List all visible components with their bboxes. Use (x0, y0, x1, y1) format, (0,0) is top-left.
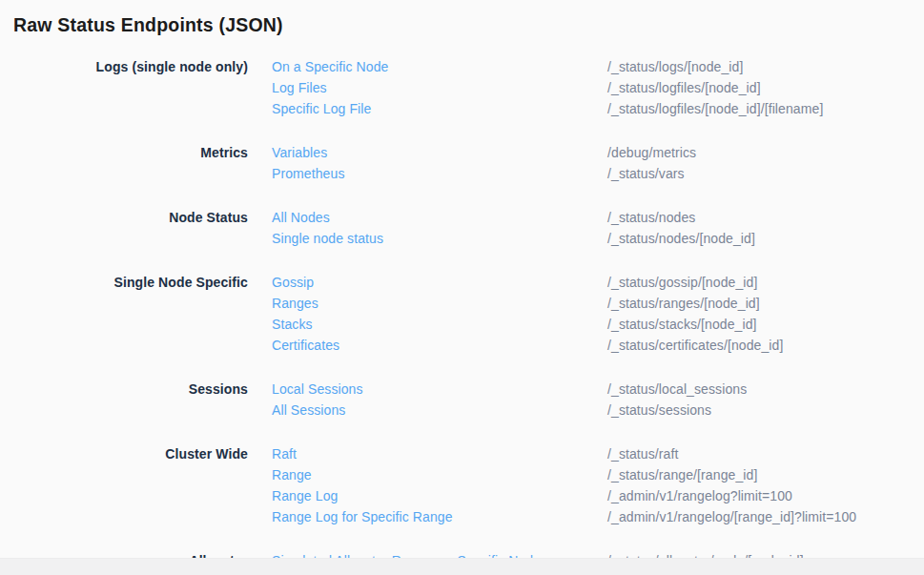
endpoint-link[interactable]: All Nodes (272, 210, 330, 225)
endpoint-path: /_status/sessions (607, 400, 924, 421)
endpoint-link[interactable]: Gossip (272, 275, 314, 290)
category-label: Single Node Specific (0, 272, 272, 293)
endpoint-link[interactable]: Range Log (272, 488, 338, 503)
endpoint-link[interactable]: Raft (272, 446, 297, 462)
endpoint-path: /_status/range/[range_id] (607, 464, 924, 485)
endpoint-link[interactable]: Local Sessions (272, 381, 363, 397)
endpoint-path: /_status/logfiles/[node_id]/[filename] (607, 98, 924, 119)
endpoint-link-cell: Range Log for Specific Range (272, 506, 607, 527)
endpoints-table: Logs (single node only)On a Specific Nod… (0, 56, 924, 575)
endpoint-path: /_admin/v1/rangelog?limit=100 (607, 485, 924, 506)
category-label (0, 228, 272, 249)
endpoint-link[interactable]: Stacks (272, 317, 313, 332)
endpoint-link-cell: All Sessions (272, 400, 607, 421)
endpoint-path: /_status/local_sessions (607, 379, 924, 400)
endpoint-row: Stacks/_status/stacks/[node_id] (0, 314, 924, 335)
endpoint-row: Range Log/_admin/v1/rangelog?limit=100 (0, 485, 924, 506)
endpoint-path: /_status/ranges/[node_id] (607, 293, 924, 314)
endpoint-link[interactable]: Specific Log File (272, 101, 371, 116)
endpoint-link[interactable]: Log Files (272, 80, 327, 95)
endpoint-link-cell: On a Specific Node (272, 56, 607, 77)
endpoint-link[interactable]: Range (272, 467, 312, 483)
endpoint-row: Ranges/_status/ranges/[node_id] (0, 293, 924, 314)
endpoint-link[interactable]: Variables (272, 145, 327, 160)
endpoint-row: Range Log for Specific Range/_admin/v1/r… (0, 506, 924, 527)
endpoint-link-cell: Prometheus (272, 163, 607, 184)
endpoint-link-cell: Range Log (272, 485, 607, 506)
endpoint-row: Single node status/_status/nodes/[node_i… (0, 228, 924, 249)
endpoint-row: All Sessions/_status/sessions (0, 400, 924, 421)
endpoint-row: Prometheus/_status/vars (0, 163, 924, 184)
endpoint-row: Certificates/_status/certificates/[node_… (0, 335, 924, 356)
endpoint-path: /_status/nodes (607, 207, 924, 228)
endpoint-link-cell: All Nodes (272, 207, 607, 228)
category-label (0, 464, 272, 485)
endpoint-link[interactable]: Single node status (272, 231, 383, 246)
endpoint-section: Node StatusAll Nodes/_status/nodesSingle… (0, 207, 924, 249)
endpoint-section: SessionsLocal Sessions/_status/local_ses… (0, 379, 924, 421)
endpoint-link-cell: Ranges (272, 293, 607, 314)
endpoint-link[interactable]: Certificates (272, 338, 339, 353)
endpoint-row: Logs (single node only)On a Specific Nod… (0, 56, 924, 77)
endpoint-row: MetricsVariables/debug/metrics (0, 142, 924, 163)
endpoint-link[interactable]: On a Specific Node (272, 59, 388, 74)
endpoint-path: /_status/raft (607, 443, 924, 464)
endpoint-path: /_status/nodes/[node_id] (607, 228, 924, 249)
category-label (0, 506, 272, 527)
category-label (0, 335, 272, 356)
category-label: Node Status (0, 207, 272, 228)
endpoint-link-cell: Local Sessions (272, 379, 607, 400)
category-label: Sessions (0, 379, 272, 400)
endpoint-link[interactable]: All Sessions (272, 402, 345, 418)
endpoint-link-cell: Raft (272, 443, 607, 464)
endpoint-path: /_status/vars (607, 163, 924, 184)
endpoint-path: /_status/gossip/[node_id] (607, 272, 924, 293)
endpoint-row: Cluster WideRaft/_status/raft (0, 443, 924, 464)
page-title: Raw Status Endpoints (JSON) (0, 0, 924, 36)
endpoint-path: /_status/certificates/[node_id] (607, 335, 924, 356)
endpoint-row: Specific Log File/_status/logfiles/[node… (0, 98, 924, 119)
endpoint-link-cell: Certificates (272, 335, 607, 356)
category-label: Logs (single node only) (0, 56, 272, 77)
category-label (0, 163, 272, 184)
category-label (0, 77, 272, 98)
endpoint-link[interactable]: Ranges (272, 296, 318, 311)
endpoint-row: Log Files/_status/logfiles/[node_id] (0, 77, 924, 98)
endpoint-path: /_status/stacks/[node_id] (607, 314, 924, 335)
endpoint-section: MetricsVariables/debug/metricsPrometheus… (0, 142, 924, 184)
endpoint-path: /_status/logfiles/[node_id] (607, 77, 924, 98)
category-label (0, 293, 272, 314)
category-label (0, 98, 272, 119)
endpoint-link-cell: Range (272, 464, 607, 485)
endpoint-row: Node StatusAll Nodes/_status/nodes (0, 207, 924, 228)
footer-strip (0, 558, 924, 575)
endpoint-path: /_admin/v1/rangelog/[range_id]?limit=100 (607, 506, 924, 527)
category-label (0, 314, 272, 335)
category-label: Cluster Wide (0, 443, 272, 464)
endpoint-path: /debug/metrics (607, 142, 924, 163)
endpoint-link-cell: Single node status (272, 228, 607, 249)
endpoint-link-cell: Stacks (272, 314, 607, 335)
endpoint-section: Cluster WideRaft/_status/raftRange/_stat… (0, 443, 924, 527)
endpoint-section: Logs (single node only)On a Specific Nod… (0, 56, 924, 119)
raw-status-endpoints-page: Raw Status Endpoints (JSON) Logs (single… (0, 0, 924, 575)
endpoint-link-cell: Variables (272, 142, 607, 163)
endpoint-link[interactable]: Prometheus (272, 166, 344, 181)
endpoint-row: Single Node SpecificGossip/_status/gossi… (0, 272, 924, 293)
endpoint-path: /_status/logs/[node_id] (607, 56, 924, 77)
endpoint-row: Range/_status/range/[range_id] (0, 464, 924, 485)
endpoint-link-cell: Gossip (272, 272, 607, 293)
endpoint-section: Single Node SpecificGossip/_status/gossi… (0, 272, 924, 356)
endpoint-row: SessionsLocal Sessions/_status/local_ses… (0, 379, 924, 400)
endpoint-link-cell: Specific Log File (272, 98, 607, 119)
category-label (0, 400, 272, 421)
endpoint-link[interactable]: Range Log for Specific Range (272, 509, 453, 524)
category-label: Metrics (0, 142, 272, 163)
category-label (0, 485, 272, 506)
endpoint-link-cell: Log Files (272, 77, 607, 98)
